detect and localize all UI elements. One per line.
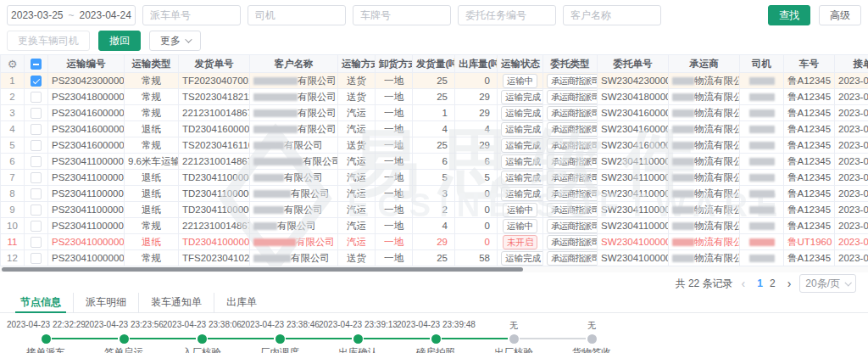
cell-transport-no: PS230416000007 [48, 105, 125, 121]
cell-entrust-no: SW230416000009 [598, 105, 669, 121]
row-select-cell [25, 250, 48, 266]
page-number-button[interactable]: 1 [754, 277, 766, 289]
table-row[interactable]: 10 PS230411000001 常规 22123100148677 有限公司… [1, 218, 868, 234]
row-checkbox[interactable] [31, 253, 42, 264]
page-size-select[interactable]: 20条/页 [799, 274, 856, 293]
tab-item[interactable]: 派车明细 [73, 293, 138, 313]
more-button-label: 更多 [160, 34, 181, 48]
cell-transport-no: PS230418000001 [48, 89, 125, 105]
entrust-task-no-input[interactable] [458, 5, 556, 25]
cell-plate: 鲁A12345 [784, 218, 835, 234]
row-select-cell [25, 89, 48, 105]
status-badge: 未开启 [503, 235, 538, 249]
cell-entrust-type: 承运商指派司机 [543, 121, 598, 137]
plate-no-input[interactable] [353, 5, 451, 25]
cell-ship-qty: 2 [413, 202, 455, 218]
table-row[interactable]: 4 PS230416000006 退纸 TD230416000002 有限公司 … [1, 121, 868, 137]
date-range-input[interactable]: 2023-03-25 ~ 2023-04-24 [7, 5, 136, 25]
column-header[interactable]: 承运商 [669, 55, 740, 73]
table-row[interactable]: 9 PS230411000002 退纸 TD230411000007 有限公司 … [1, 202, 868, 218]
row-checkbox[interactable] [31, 156, 42, 167]
timeline-node-label: 入厂核验 [163, 346, 241, 353]
column-header[interactable]: 发货单号 [179, 55, 250, 73]
timeline-node-time: 2023-04-23 23:23:56 [85, 320, 163, 333]
horizontal-scrollbar[interactable] [0, 266, 868, 272]
cell-ship-qty: 5 [413, 170, 455, 186]
column-settings[interactable]: ⚙ [1, 55, 25, 73]
more-button[interactable]: 更多 [149, 31, 201, 51]
table-row[interactable]: 1 PS230423000002 常规 TF20230407001 有限公司 送… [1, 73, 868, 89]
table-row[interactable]: 6 PS230411000005 9.6米车运输 22123100148676 … [1, 154, 868, 170]
search-button[interactable]: 查找 [768, 5, 810, 25]
table-row[interactable]: 5 PS230416000004 常规 TS202304161109 有限公司 … [1, 137, 868, 154]
select-all-checkbox[interactable] [31, 59, 42, 70]
cell-plate: 鲁A12345 [784, 170, 835, 186]
table-body: 1 PS230423000002 常规 TF20230407001 有限公司 送… [1, 73, 868, 266]
timeline-node-time: 2023-04-23 23:39:48 [397, 320, 475, 333]
row-checkbox[interactable] [31, 221, 42, 232]
column-header[interactable]: 车号 [784, 55, 835, 73]
scrollbar-thumb[interactable] [2, 267, 523, 272]
column-header[interactable]: 运输编号 [48, 55, 125, 73]
row-index: 1 [1, 73, 25, 89]
select-all[interactable] [25, 55, 48, 73]
next-page-button[interactable]: › [786, 277, 793, 290]
row-checkbox[interactable] [31, 76, 42, 87]
timeline-node-dot-icon [120, 334, 129, 344]
prev-page-button[interactable]: ‹ [740, 277, 748, 290]
status-badge: 运输完成 [501, 106, 543, 120]
tab-active[interactable]: 节点信息 [8, 293, 73, 313]
table-row[interactable]: 8 PS230411000003 退纸 TD230411000008 有限公司 … [1, 186, 868, 202]
revoke-button[interactable]: 撤回 [98, 31, 141, 51]
row-checkbox[interactable] [31, 188, 42, 199]
column-header[interactable]: 运输状态 [498, 55, 543, 73]
row-checkbox[interactable] [31, 124, 42, 135]
cell-customer: 有限公司 [250, 73, 338, 89]
column-header[interactable]: 运输类型 [125, 55, 179, 73]
row-checkbox[interactable] [31, 205, 42, 216]
table-row[interactable]: 7 PS230411000004 退纸 TD230411000009 有限公司 … [1, 170, 868, 186]
column-header[interactable]: 司机 [740, 55, 784, 73]
cell-unload-mode: 一地 [376, 105, 413, 121]
cell-driver [740, 250, 784, 266]
cell-carrier: 物流有限公司 [669, 250, 740, 266]
cell-entrust-type: 承运商指派司机 [543, 250, 598, 266]
tab-item[interactable]: 出库单 [214, 293, 269, 313]
row-checkbox[interactable] [31, 140, 42, 151]
table-row[interactable]: 12 PS230410000004 常规 TFS202304102203 有限公… [1, 250, 868, 266]
row-select-cell [25, 137, 48, 154]
row-checkbox[interactable] [31, 172, 42, 183]
tab-item[interactable]: 装车通知单 [138, 293, 214, 313]
column-header[interactable]: 出库量(吨) [455, 55, 498, 73]
cell-entrust-type: 承运商指派司机 [543, 186, 598, 202]
column-header[interactable]: 运输方式 [338, 55, 376, 73]
row-select-cell [25, 218, 48, 234]
dispatch-no-input[interactable] [142, 5, 241, 25]
change-vehicle-driver-button[interactable]: 更换车辆司机 [7, 31, 90, 51]
page-number-button[interactable]: 2 [766, 277, 779, 289]
customer-name-input[interactable] [563, 5, 661, 25]
column-header[interactable]: 委托单号 [598, 55, 669, 73]
driver-input[interactable] [248, 5, 346, 25]
column-header[interactable]: 客户名称 [250, 55, 338, 73]
column-header[interactable]: 委托类型 [543, 55, 598, 73]
cell-driver [740, 218, 784, 234]
table-row[interactable]: 3 PS230416000007 常规 22123100148673 有限公司 … [1, 105, 868, 121]
column-header[interactable]: 发货量(吨) [413, 55, 455, 73]
cell-customer: 有限公司 [250, 154, 338, 170]
column-header[interactable]: 接单时间 [835, 55, 868, 73]
table-row[interactable]: 11 PS230410000006 退纸 TD230410000009 有限公司… [1, 234, 868, 250]
row-checkbox[interactable] [31, 108, 42, 119]
row-checkbox[interactable] [31, 92, 42, 103]
row-checkbox[interactable] [31, 237, 42, 248]
date-separator: ~ [68, 9, 74, 21]
timeline-connector [442, 338, 508, 339]
advanced-button[interactable]: 高级 [819, 5, 861, 25]
cell-transport-no: PS230410000004 [48, 250, 125, 266]
cell-transport-no: PS230410000006 [48, 234, 125, 250]
cell-transport-type: 退纸 [125, 234, 179, 250]
column-header[interactable]: 卸货方式 [376, 55, 413, 73]
timeline-node-dot-icon [431, 334, 441, 344]
transport-table-wrap: 易思软件 ECSINE SOFTWARE ⚙运输编号运输类型发货单号客户名称运输… [0, 54, 868, 272]
table-row[interactable]: 2 PS230418000001 常规 TS202304182114 有限公司 … [1, 89, 868, 105]
